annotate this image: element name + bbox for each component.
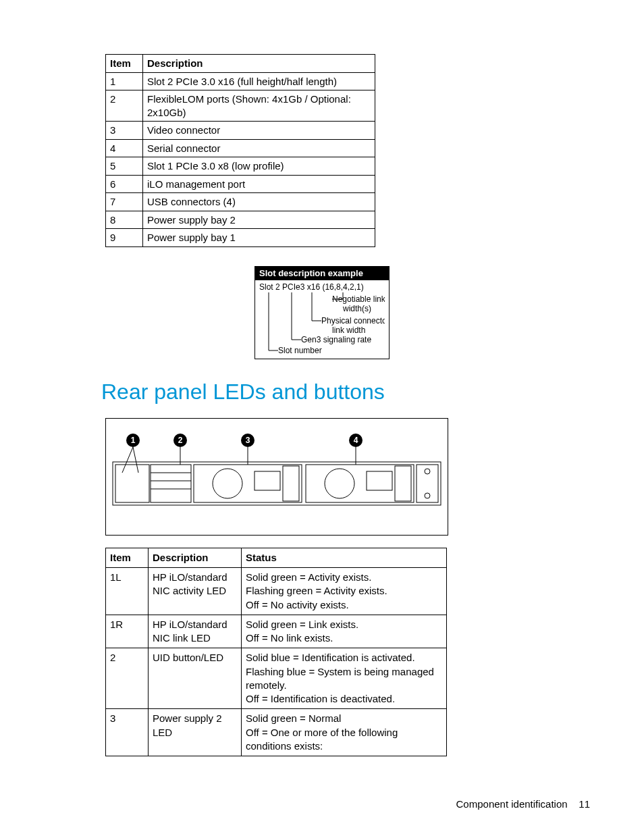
cell-desc: iLO management port xyxy=(143,175,375,193)
label-physical-2: link width xyxy=(332,325,365,335)
slot-box-body: Slot 2 PCIe3 x16 (16,8,4,2,1) Negoti xyxy=(255,280,389,359)
cell-item: 1R xyxy=(106,615,149,648)
table-row: 3Video connector xyxy=(106,122,375,140)
th2-item: Item xyxy=(106,548,149,567)
cell-desc: USB connectors (4) xyxy=(143,193,375,211)
cell-status: Solid green = NormalOff = One or more of… xyxy=(242,709,447,756)
cell-desc: Slot 1 PCIe 3.0 x8 (low profile) xyxy=(143,157,375,176)
table-row: 1LHP iLO/standard NIC activity LEDSolid … xyxy=(106,568,447,615)
th2-status: Status xyxy=(242,548,447,567)
cell-status: Solid green = Activity exists.Flashing g… xyxy=(242,568,447,615)
th2-desc: Description xyxy=(149,548,242,567)
table-row: 5Slot 1 PCIe 3.0 x8 (low profile) xyxy=(106,157,375,176)
table-row: 2UID button/LEDSolid blue = Identificati… xyxy=(106,648,447,709)
table-row: 3Power supply 2 LEDSolid green = NormalO… xyxy=(106,709,447,756)
svg-rect-23 xyxy=(306,465,414,502)
cell-desc: FlexibleLOM ports (Shown: 4x1Gb / Option… xyxy=(143,90,375,122)
svg-rect-13 xyxy=(113,462,441,505)
callout-4: 4 xyxy=(349,434,363,447)
led-table: Item Description Status 1LHP iLO/standar… xyxy=(105,548,447,756)
svg-line-9 xyxy=(133,447,138,473)
callout-2: 2 xyxy=(173,434,187,447)
slot-box-diagram: Slot 2 PCIe3 x16 (16,8,4,2,1) Negoti xyxy=(259,282,385,356)
cell-desc: Video connector xyxy=(143,122,375,140)
table-row: 4Serial connector xyxy=(106,139,375,157)
rear-panel-figure: 1 2 3 4 xyxy=(105,418,448,536)
footer-section: Component identification xyxy=(456,798,568,810)
callout-1: 1 xyxy=(126,434,140,447)
svg-rect-27 xyxy=(417,465,438,502)
callout-3: 3 xyxy=(241,434,254,447)
cell-item: 3 xyxy=(106,709,149,756)
cell-item: 4 xyxy=(106,139,143,157)
cell-item: 6 xyxy=(106,175,143,193)
slot-box-header: Slot description example xyxy=(255,267,389,280)
section-title: Rear panel LEDs and buttons xyxy=(101,380,543,405)
svg-rect-22 xyxy=(283,466,299,501)
svg-rect-14 xyxy=(115,465,149,502)
svg-rect-15 xyxy=(151,465,191,502)
table-row: 6iLO management port xyxy=(106,175,375,193)
table-row: 7USB connectors (4) xyxy=(106,193,375,211)
cell-status: Solid green = Link exists.Off = No link … xyxy=(242,615,447,648)
svg-rect-26 xyxy=(395,466,411,501)
cell-item: 3 xyxy=(106,122,143,140)
table-row: 8Power supply bay 2 xyxy=(106,211,375,229)
cell-desc: Power supply bay 1 xyxy=(143,229,375,247)
cell-item: 8 xyxy=(106,211,143,229)
slot-description-wrap: Slot description example Slot 2 PCIe3 x1… xyxy=(101,266,543,359)
slot-example-text: Slot 2 PCIe3 x16 (16,8,4,2,1) xyxy=(259,282,364,292)
cell-item: 9 xyxy=(106,229,143,247)
table-row: 1Slot 2 PCIe 3.0 x16 (full height/half l… xyxy=(106,72,375,90)
svg-point-20 xyxy=(213,469,242,498)
svg-rect-21 xyxy=(254,471,280,490)
svg-rect-19 xyxy=(194,465,302,502)
cell-desc: UID button/LED xyxy=(149,648,242,709)
page: Item Description 1Slot 2 PCIe 3.0 x16 (f… xyxy=(0,0,644,834)
cell-item: 2 xyxy=(106,648,149,709)
label-signaling: Gen3 signaling rate xyxy=(301,335,371,344)
svg-rect-25 xyxy=(367,471,392,490)
th-desc: Description xyxy=(143,55,375,73)
th-item: Item xyxy=(106,55,143,73)
cell-desc: Power supply 2 LED xyxy=(149,709,242,756)
svg-point-24 xyxy=(325,469,354,498)
page-footer: Component identification 11 xyxy=(456,798,590,810)
slot-description-box: Slot description example Slot 2 PCIe3 x1… xyxy=(254,266,390,359)
chassis-svg xyxy=(106,419,448,535)
svg-line-8 xyxy=(122,447,133,473)
svg-point-28 xyxy=(425,469,430,474)
table-row: 1RHP iLO/standard NIC link LEDSolid gree… xyxy=(106,615,447,648)
cell-status: Solid blue = Identification is activated… xyxy=(242,648,447,709)
svg-point-29 xyxy=(425,493,430,498)
cell-item: 5 xyxy=(106,157,143,176)
table-row: 2FlexibleLOM ports (Shown: 4x1Gb / Optio… xyxy=(106,90,375,122)
cell-item: 1 xyxy=(106,72,143,90)
label-slot: Slot number xyxy=(278,346,322,355)
cell-desc: Power supply bay 2 xyxy=(143,211,375,229)
cell-desc: Serial connector xyxy=(143,139,375,157)
cell-item: 7 xyxy=(106,193,143,211)
label-negotiable-1: Negotiable link xyxy=(332,294,385,304)
cell-desc: HP iLO/standard NIC activity LED xyxy=(149,568,242,615)
cell-item: 2 xyxy=(106,90,143,122)
cell-item: 1L xyxy=(106,568,149,615)
component-table: Item Description 1Slot 2 PCIe 3.0 x16 (f… xyxy=(105,54,375,247)
label-physical-1: Physical connector xyxy=(321,316,385,325)
footer-page: 11 xyxy=(579,798,590,810)
cell-desc: HP iLO/standard NIC link LED xyxy=(149,615,242,648)
table-row: 9Power supply bay 1 xyxy=(106,229,375,247)
cell-desc: Slot 2 PCIe 3.0 x16 (full height/half le… xyxy=(143,72,375,90)
label-negotiable-2: width(s) xyxy=(342,304,371,313)
